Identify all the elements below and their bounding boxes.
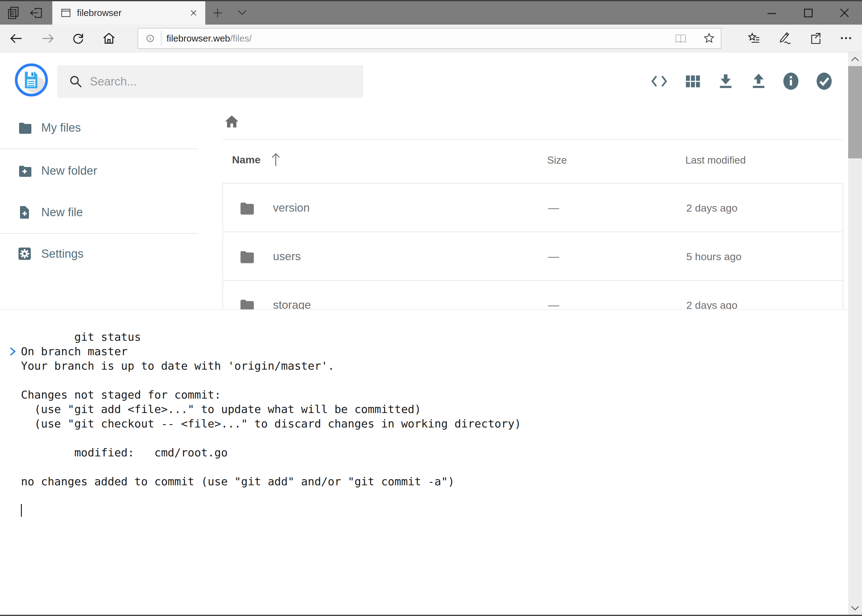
window-bottom-border [0, 615, 862, 616]
file-modified: 5 hours ago [686, 232, 742, 281]
breadcrumb-home-icon[interactable] [224, 114, 240, 130]
file-row-version[interactable]: version — 2 days ago [223, 184, 843, 232]
window-minimize-button[interactable] [764, 6, 779, 20]
file-plus-icon [17, 205, 32, 220]
breadcrumb-divider [222, 139, 843, 140]
folder-icon [17, 120, 32, 135]
file-modified: 2 days ago [686, 184, 738, 232]
search-box[interactable] [57, 65, 363, 98]
annotate-pen-icon[interactable] [777, 31, 791, 45]
file-name: version [273, 184, 310, 232]
forward-icon[interactable] [41, 31, 55, 46]
search-icon [68, 74, 83, 89]
terminal-output-line: (use "git checkout -- <file>..." to disc… [0, 416, 848, 431]
favorites-hub-icon[interactable] [747, 31, 761, 45]
page-favicon-icon [60, 7, 71, 19]
file-size: — [548, 184, 559, 232]
settings-icon [17, 246, 32, 261]
url-path: /files/ [230, 33, 252, 43]
terminal-panel[interactable]: git status On branch master Your branch … [0, 310, 848, 616]
sidebar-divider [0, 149, 198, 149]
editor-code-icon[interactable] [651, 72, 668, 90]
terminal-input-line[interactable] [0, 503, 848, 518]
refresh-icon[interactable] [71, 31, 85, 46]
share-icon[interactable] [808, 31, 822, 45]
url-text[interactable]: filebrowser.web/files/ [167, 28, 252, 48]
terminal-output-line: Changes not staged for commit: [0, 388, 848, 402]
browser-tab[interactable]: filebrowser [52, 1, 205, 25]
tab-bar: filebrowser [0, 1, 862, 25]
search-input[interactable] [90, 65, 355, 98]
set-tabs-aside-icon[interactable] [30, 6, 43, 20]
window-close-button[interactable] [837, 6, 852, 20]
page-scrollbar[interactable] [848, 52, 862, 616]
info-icon[interactable] [782, 72, 799, 90]
scrollbar-thumb[interactable] [848, 66, 862, 159]
terminal-output-line: (use "git add <file>..." to update what … [0, 402, 848, 416]
scrollbar-up-icon[interactable] [850, 55, 860, 63]
sidebar-item-my-files[interactable]: My files [0, 112, 198, 143]
terminal-output-line: Your branch is up to date with 'origin/m… [0, 358, 848, 373]
scrollbar-down-icon[interactable] [850, 604, 860, 612]
filebrowser-logo [14, 62, 49, 98]
file-row-users[interactable]: users — 5 hours ago [223, 232, 843, 281]
address-bar[interactable]: filebrowser.web/files/ [137, 28, 721, 49]
terminal-output-line: modified: cmd/root.go [0, 445, 848, 460]
file-size: — [548, 232, 559, 281]
settings-more-icon[interactable] [839, 31, 853, 45]
terminal-output-line [0, 330, 848, 344]
terminal-output-line: On branch master [0, 344, 848, 358]
column-header-name[interactable]: Name [232, 154, 261, 166]
back-icon[interactable] [9, 31, 24, 46]
terminal-output-line [0, 373, 848, 388]
tab-list-chevron-icon[interactable] [236, 9, 248, 18]
site-info-icon[interactable] [145, 33, 155, 44]
terminal-output-line: no changes added to commit (use "git add… [0, 474, 848, 489]
terminal-command-line: git status [0, 315, 848, 330]
sidebar-item-label: New file [41, 206, 83, 219]
sidebar-item-label: Settings [41, 247, 84, 261]
folder-icon [238, 200, 255, 216]
column-header-size[interactable]: Size [547, 154, 567, 166]
sidebar-item-new-file[interactable]: New file [0, 197, 198, 228]
window-maximize-button[interactable] [801, 6, 816, 20]
reading-view-icon[interactable] [674, 32, 687, 45]
upload-icon[interactable] [750, 72, 767, 90]
terminal-output-line [0, 489, 848, 503]
terminal-output-line [0, 431, 848, 445]
tab-title: filebrowser [77, 1, 121, 25]
sidebar-item-settings[interactable]: Settings [0, 238, 198, 269]
prompt-chevron-icon [9, 318, 17, 327]
terminal-caret [21, 504, 22, 517]
tab-preview-icon[interactable] [7, 6, 20, 20]
edge-browser-window: filebrowser [0, 0, 862, 616]
home-nav-icon[interactable] [102, 31, 116, 46]
sidebar-divider [0, 233, 198, 234]
sort-ascending-icon[interactable] [269, 151, 282, 167]
file-name: users [273, 232, 301, 281]
select-check-icon[interactable] [816, 72, 833, 90]
listing-header: Name Size Last modified [0, 154, 862, 171]
column-header-modified[interactable]: Last modified [686, 154, 746, 166]
terminal-output-line [0, 460, 848, 474]
sidebar-item-label: My files [41, 121, 81, 134]
favorite-star-icon[interactable] [703, 32, 715, 45]
address-separator [161, 31, 162, 46]
grid-view-icon[interactable] [684, 72, 701, 90]
folder-icon [238, 248, 255, 264]
url-host: filebrowser.web [167, 33, 230, 43]
new-tab-icon[interactable] [212, 7, 224, 19]
file-list: version — 2 days ago users — 5 hours ago… [222, 183, 843, 329]
filebrowser-page: My files New folder New file [0, 52, 862, 616]
navigation-bar: filebrowser.web/files/ [0, 25, 862, 52]
download-icon[interactable] [717, 72, 734, 90]
tab-close-icon[interactable] [189, 8, 199, 18]
